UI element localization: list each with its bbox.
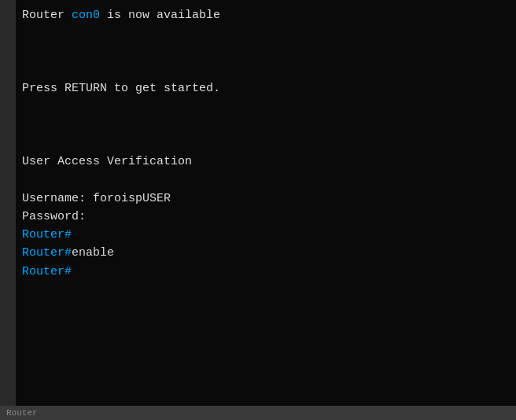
terminal-text-segment: Username: foroispUSER — [22, 192, 171, 205]
terminal-text-segment: enable — [72, 246, 114, 260]
terminal[interactable]: Router con0 is now availablePress RETURN… — [0, 0, 516, 406]
line2: Press RETURN to get started. — [22, 79, 507, 98]
left-bar — [0, 0, 16, 406]
line5: Password: — [22, 208, 507, 226]
line1: Router con0 is now available — [22, 6, 507, 24]
empty-line — [22, 43, 507, 61]
line3: User Access Verification — [22, 153, 507, 171]
terminal-text-segment: is now available — [100, 9, 220, 22]
line6: Router# — [22, 226, 507, 244]
terminal-text-segment: User Access Verification — [22, 155, 192, 168]
terminal-text-segment: Router# — [22, 228, 72, 241]
empty-line — [22, 171, 507, 189]
terminal-text-segment: con0 — [72, 9, 100, 22]
terminal-content: Router con0 is now availablePress RETURN… — [22, 6, 507, 281]
status-text: Router — [6, 408, 38, 418]
line7: Router#enable — [22, 244, 507, 262]
terminal-text-segment: Press RETURN to get started. — [22, 82, 220, 95]
terminal-text-segment: Router# — [22, 265, 72, 278]
empty-line — [22, 98, 507, 116]
status-bar: Router — [0, 406, 516, 420]
empty-line — [22, 134, 507, 153]
empty-line — [22, 61, 507, 79]
line4: Username: foroispUSER — [22, 190, 507, 208]
terminal-text-segment: Password: — [22, 210, 86, 223]
terminal-text-segment: Router# — [22, 246, 72, 260]
line8: Router# — [22, 263, 507, 281]
terminal-text-segment: Router — [22, 9, 72, 22]
empty-line — [22, 24, 507, 42]
empty-line — [22, 116, 507, 134]
